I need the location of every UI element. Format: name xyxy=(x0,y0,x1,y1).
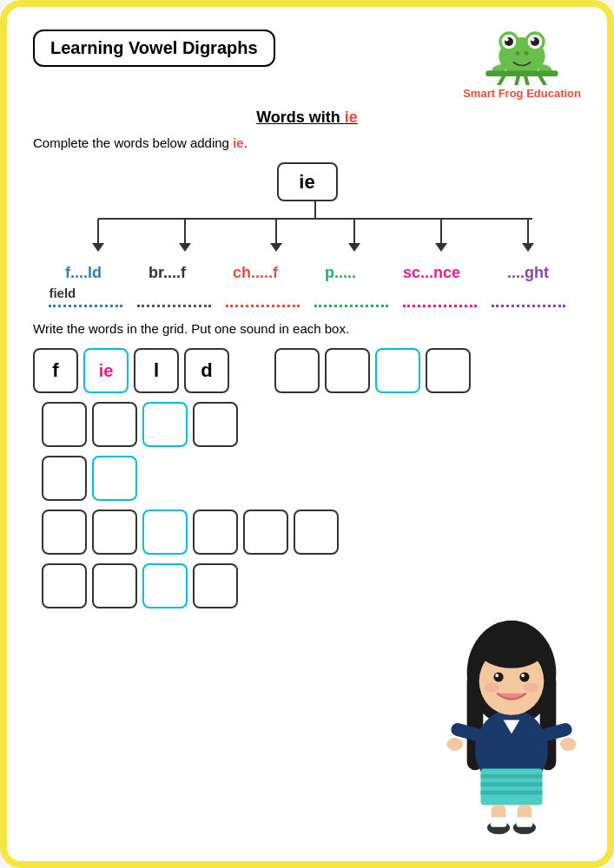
svg-line-16 xyxy=(525,76,528,85)
words-row: f....ld br....f ch.....f p..... sc...nce… xyxy=(33,264,581,282)
dotted-line-6 xyxy=(492,305,565,307)
svg-point-59 xyxy=(560,738,577,751)
svg-marker-31 xyxy=(522,243,534,252)
svg-line-14 xyxy=(498,76,504,85)
svg-point-10 xyxy=(525,51,529,56)
svg-point-52 xyxy=(521,674,525,677)
box-r4-6[interactable] xyxy=(294,510,339,555)
box-ie[interactable]: ie xyxy=(83,348,129,393)
box-r1-6[interactable] xyxy=(325,348,370,393)
svg-line-15 xyxy=(516,76,518,85)
svg-marker-23 xyxy=(179,243,191,252)
box-r2-1[interactable] xyxy=(42,402,87,447)
svg-marker-25 xyxy=(270,243,282,252)
svg-point-53 xyxy=(485,683,499,693)
box-r1-7[interactable] xyxy=(375,348,420,393)
svg-rect-47 xyxy=(517,817,533,826)
box-r4-5[interactable] xyxy=(243,510,288,555)
svg-line-17 xyxy=(540,76,545,85)
box-f[interactable]: f xyxy=(33,348,78,393)
ie-highlight: ie xyxy=(345,108,358,126)
box-r2-2[interactable] xyxy=(92,402,137,447)
answer-wrap-4 xyxy=(314,286,388,307)
grid-instruction: Write the words in the grid. Put one sou… xyxy=(33,321,581,336)
instruction: Complete the words below adding ie. xyxy=(33,135,581,150)
word-4: p..... xyxy=(325,264,356,282)
svg-point-7 xyxy=(505,37,509,41)
box-r1-8[interactable] xyxy=(426,348,471,393)
page: Learning Vowel Digraphs xyxy=(0,0,614,868)
svg-marker-21 xyxy=(92,243,104,252)
ie-instruction: ie xyxy=(233,135,244,150)
box-r2-3[interactable] xyxy=(142,402,188,447)
answer-wrap-5 xyxy=(403,286,477,307)
svg-rect-39 xyxy=(481,774,543,779)
dotted-line-4 xyxy=(314,305,388,307)
grid-row-4 xyxy=(42,510,581,555)
ie-center-box: ie xyxy=(277,162,338,201)
word-5: sc...nce xyxy=(403,264,460,282)
dotted-line-1 xyxy=(49,305,122,307)
box-r4-2[interactable] xyxy=(92,510,137,555)
svg-point-50 xyxy=(519,672,529,681)
frog-logo-icon xyxy=(479,24,565,85)
svg-point-8 xyxy=(531,37,535,41)
svg-marker-27 xyxy=(348,243,360,252)
grid-row-2 xyxy=(42,402,581,447)
answer-wrap-1: field xyxy=(49,286,122,307)
svg-rect-41 xyxy=(481,791,543,795)
box-r5-3[interactable] xyxy=(142,563,188,608)
word-3: ch.....f xyxy=(233,264,278,282)
word-1: f....ld xyxy=(65,264,102,282)
grid-row-3 xyxy=(42,456,581,501)
answer-lines: field xyxy=(33,286,581,307)
svg-rect-46 xyxy=(491,817,507,826)
logo-area: Smart Frog Education xyxy=(463,24,581,100)
dotted-line-2 xyxy=(137,305,211,307)
answer-wrap-6 xyxy=(492,286,565,307)
svg-point-49 xyxy=(493,672,503,681)
word-6: ....ght xyxy=(507,264,549,282)
svg-rect-40 xyxy=(481,782,543,786)
dotted-line-5 xyxy=(403,305,477,307)
svg-point-54 xyxy=(524,683,538,693)
answer-text-1: field xyxy=(49,286,76,303)
header: Learning Vowel Digraphs xyxy=(33,24,581,100)
page-title: Learning Vowel Digraphs xyxy=(33,30,275,67)
svg-rect-38 xyxy=(481,768,543,805)
answer-wrap-3 xyxy=(226,286,300,307)
answer-wrap-2 xyxy=(137,286,211,307)
svg-point-55 xyxy=(479,633,545,668)
box-r5-1[interactable] xyxy=(42,563,87,608)
svg-rect-13 xyxy=(485,70,558,76)
box-r2-4[interactable] xyxy=(193,402,238,447)
girl-character-icon xyxy=(433,592,590,835)
box-r1-5[interactable] xyxy=(274,348,320,393)
section-title: Words with ie xyxy=(33,108,581,127)
box-r4-3[interactable] xyxy=(142,510,188,555)
logo-text: Smart Frog Education xyxy=(463,87,581,100)
svg-point-58 xyxy=(446,738,463,751)
svg-point-51 xyxy=(495,674,498,677)
tree-diagram xyxy=(33,201,597,262)
box-r5-4[interactable] xyxy=(193,563,238,608)
word-2: br....f xyxy=(149,264,186,282)
box-d[interactable]: d xyxy=(184,348,229,393)
box-l[interactable]: l xyxy=(134,348,179,393)
grid-row-1: f ie l d xyxy=(33,348,581,393)
box-r4-4[interactable] xyxy=(193,510,238,555)
svg-marker-29 xyxy=(435,243,447,252)
svg-point-9 xyxy=(516,51,520,56)
box-r3-1[interactable] xyxy=(42,456,87,501)
box-r4-1[interactable] xyxy=(42,510,87,555)
box-r5-2[interactable] xyxy=(92,563,137,608)
box-r3-2[interactable] xyxy=(92,456,137,501)
dotted-line-3 xyxy=(226,305,300,307)
